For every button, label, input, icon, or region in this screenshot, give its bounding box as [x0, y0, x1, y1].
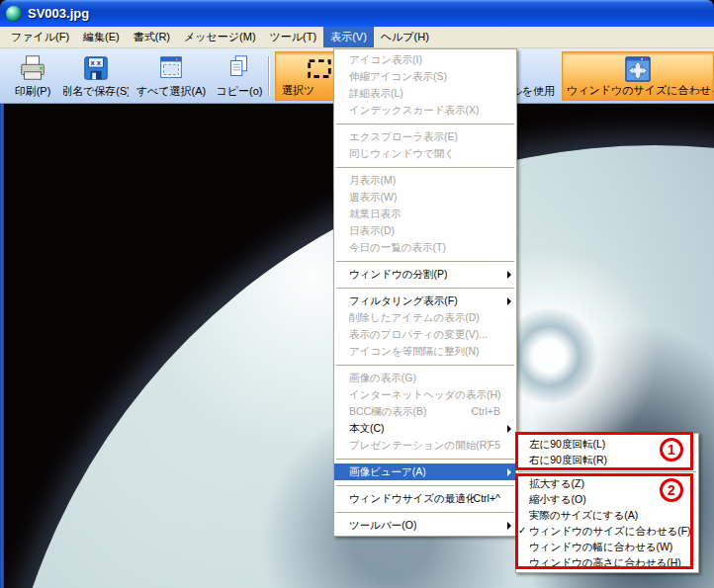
print-button[interactable]: 印刷(P) [4, 51, 61, 101]
menu-item-label: 表示のプロパティの変更(V)... [349, 326, 488, 343]
menu-item-label: エクスプローラ表示(E) [349, 128, 458, 145]
submenu-arrow-icon [507, 297, 511, 305]
menu-item-shortcut: F5 [489, 437, 516, 454]
menu-item-label: アイコンを等間隔に整列(N) [349, 343, 480, 360]
menu-item-label: 画像ビューア(A) [349, 463, 426, 480]
copy-button[interactable]: コピー(o) [214, 51, 265, 101]
save-as-button[interactable]: x x 別名で保存(S) [63, 51, 129, 101]
menu-item[interactable]: ウィンドウの分割(P) [334, 266, 516, 283]
menu-item: アイコン表示(I) [334, 51, 516, 68]
menubar: ファイル(F) 編集(E) 書式(R) メッセージ(M) ツール(T) 表示(V… [0, 27, 714, 48]
menu-separator [334, 256, 516, 266]
copy-button-label: コピー(o) [217, 85, 263, 98]
menu-item: 就業日表示 [334, 206, 516, 222]
menu-item: インターネットヘッダの表示(H) [334, 386, 516, 403]
menu-item-label: 同じウィンドウで開く [349, 145, 455, 162]
window-left-border [0, 104, 4, 588]
app-window: SV003.jpg ファイル(F) 編集(E) 書式(R) メッセージ(M) ツ… [0, 0, 714, 588]
menubar-item-tools[interactable]: ツール(T) [263, 27, 324, 47]
select-all-icon [156, 53, 186, 85]
submenu-arrow-icon [507, 425, 511, 433]
view-menu-dropdown: アイコン表示(I)伸縮アイコン表示(S)詳細表示(L)インデックスカード表示(X… [333, 48, 517, 537]
selection-tool-icon [305, 54, 334, 86]
menu-item-shortcut: Ctrl+B [472, 403, 516, 420]
menu-separator [334, 360, 516, 370]
select-all-button[interactable]: すべて選択(A) [131, 51, 212, 101]
toolbar-separator [268, 56, 270, 96]
menu-item: 詳細表示(L) [334, 85, 516, 102]
menu-item: 今日の一覧の表示(T) [334, 239, 516, 256]
menu-item: 画像の表示(G) [334, 370, 516, 386]
menu-item[interactable]: ウィンドウサイズの最適化(Z)Ctrl+^ [334, 490, 516, 507]
annotation-badge-2: 2 [660, 478, 683, 502]
menu-item-label: インターネットヘッダの表示(H) [349, 386, 501, 403]
menu-item-label: 週表示(W) [349, 189, 397, 206]
print-button-label: 印刷(P) [15, 85, 51, 98]
menu-separator [334, 119, 516, 128]
menu-item-label: 詳細表示(L) [349, 85, 403, 102]
printer-icon [18, 53, 47, 85]
menu-item-label: 画像の表示(G) [349, 370, 416, 386]
menu-item-label: インデックスカード表示(X) [349, 102, 479, 119]
menu-item-label: ウィンドウサイズの最適化(Z) [349, 490, 474, 507]
app-icon [6, 6, 22, 22]
menu-separator [334, 480, 516, 490]
save-as-icon: x x [81, 53, 111, 85]
menu-item-label: ウィンドウの分割(P) [349, 266, 447, 283]
menu-item[interactable]: 本文(C) [334, 420, 516, 437]
menu-item-label: 本文(C) [349, 420, 385, 437]
save-as-button-label: 別名で保存(S) [63, 85, 129, 98]
menu-item-label: アイコン表示(I) [349, 51, 422, 68]
menu-item-label: 今日の一覧の表示(T) [349, 239, 446, 256]
menu-item-label: 日表示(D) [349, 222, 395, 239]
menu-item-label: 就業日表示 [349, 206, 402, 222]
menubar-item-help[interactable]: ヘルプ(H) [374, 27, 436, 47]
menu-item: 削除したアイテムの表示(D) [334, 309, 516, 326]
menu-item-label: ツールバー(O) [349, 517, 416, 534]
menubar-item-view[interactable]: 表示(V) [323, 27, 374, 47]
menu-separator [334, 162, 516, 172]
menu-item-label: 削除したアイテムの表示(D) [349, 309, 480, 326]
menu-item-label: BCC欄の表示(B) [349, 403, 426, 420]
menubar-item-edit[interactable]: 編集(E) [76, 27, 127, 47]
menu-item: プレゼンテーションの開始(R)F5 [334, 437, 516, 454]
select-all-button-label: すべて選択(A) [136, 85, 206, 98]
svg-text:x x: x x [90, 58, 101, 67]
menubar-item-file[interactable]: ファイル(F) [4, 27, 76, 47]
menu-item[interactable]: ツールバー(O) [334, 517, 516, 534]
menu-item-shortcut: Ctrl+^ [474, 490, 516, 507]
menu-item: エクスプローラ表示(E) [334, 128, 516, 145]
menu-item: 表示のプロパティの変更(V)... [334, 326, 516, 343]
menubar-item-format[interactable]: 書式(R) [127, 27, 177, 47]
copy-icon [224, 53, 254, 85]
menu-item: 同じウィンドウで開く [334, 145, 516, 162]
submenu-arrow-icon [507, 522, 511, 530]
submenu-arrow-icon [507, 271, 511, 279]
menu-separator [334, 283, 516, 293]
menu-item[interactable]: フィルタリング表示(F) [334, 293, 516, 309]
submenu-arrow-icon [507, 468, 511, 476]
menu-separator [334, 507, 516, 517]
fit-window-icon [623, 54, 653, 86]
menu-item: アイコンを等間隔に整列(N) [334, 343, 516, 360]
menu-item: インデックスカード表示(X) [334, 102, 516, 119]
menubar-item-message[interactable]: メッセージ(M) [177, 27, 263, 47]
menu-item: 月表示(M) [334, 172, 516, 189]
menu-item-label: フィルタリング表示(F) [349, 293, 458, 309]
menu-item-label: 月表示(M) [349, 172, 396, 189]
window-title: SV003.jpg [28, 6, 89, 21]
menu-item: BCC欄の表示(B)Ctrl+B [334, 403, 516, 420]
annotation-badge-1: 1 [660, 438, 683, 462]
titlebar[interactable]: SV003.jpg [0, 0, 714, 27]
menu-item: 週表示(W) [334, 189, 516, 206]
scroll-tool-button-label: ルを使用 [510, 85, 555, 98]
menu-item-label: 伸縮アイコン表示(S) [349, 68, 447, 85]
menu-item: 伸縮アイコン表示(S) [334, 68, 516, 85]
menu-item[interactable]: 画像ビューア(A) [334, 463, 516, 480]
fit-window-button[interactable]: ウィンドウのサイズに合わせる( [562, 51, 714, 101]
menu-item-label: プレゼンテーションの開始(R) [349, 437, 489, 454]
menu-separator [334, 454, 516, 463]
menu-item: 日表示(D) [334, 222, 516, 239]
